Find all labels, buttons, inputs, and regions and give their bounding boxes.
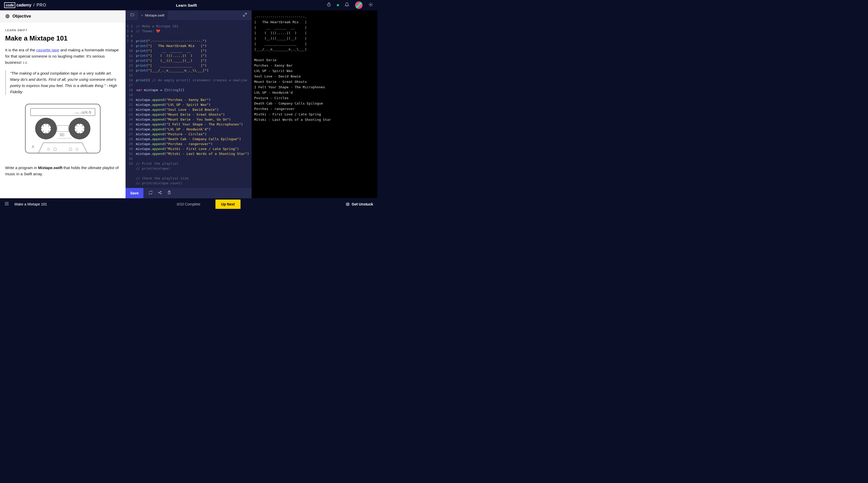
timer-icon[interactable] [327, 2, 331, 8]
topbar-icons [327, 1, 373, 9]
svg-rect-19 [69, 148, 72, 151]
close-icon[interactable]: × [141, 13, 143, 17]
gear-icon[interactable] [368, 2, 373, 8]
brand-logo[interactable]: codecademy / PRO [4, 2, 46, 8]
svg-text:A: A [32, 144, 34, 149]
get-unstuck-button[interactable]: Get Unstuck [346, 202, 373, 206]
svg-text:HIGH BIAS IEC/TYPE II: HIGH BIAS IEC/TYPE II [58, 138, 71, 139]
tab-mixtape[interactable]: × Mixtape.swift [138, 10, 168, 20]
brand-slash: / [33, 3, 34, 7]
expand-icon[interactable] [240, 13, 250, 18]
svg-point-27 [347, 203, 348, 205]
svg-text:▷ IN   ▷ OUT: ▷ IN ▷ OUT [74, 112, 84, 114]
svg-point-4 [7, 16, 8, 17]
avatar[interactable] [355, 1, 363, 9]
breadcrumb: LEARN SWIFT [5, 29, 120, 32]
bell-icon[interactable] [345, 2, 349, 8]
svg-point-12 [74, 123, 85, 134]
svg-text:90: 90 [60, 133, 64, 137]
svg-point-17 [48, 148, 50, 150]
lesson-instruction: Write a program in Mixtape.swift that ho… [5, 165, 120, 177]
bottombar: Make a Mixtape 101 0/10 Complete Up Next… [0, 198, 377, 210]
course-title: Learn Swift [46, 3, 327, 7]
topbar: codecademy / PRO Learn Swift [0, 0, 377, 10]
svg-rect-13 [57, 125, 68, 132]
folder-icon[interactable] [128, 13, 137, 18]
svg-point-10 [41, 123, 51, 134]
lesson-panel: Objective LEARN SWIFT Make a Mixtape 101… [0, 10, 126, 198]
target-icon [5, 14, 10, 19]
code-editor[interactable]: 1 2 3 4 5 6 7 8 9 10 11 12 13 14 15 16 1… [126, 20, 252, 188]
brand-suffix: PRO [36, 3, 46, 7]
clipboard-icon[interactable] [167, 191, 171, 196]
lesson-content[interactable]: LEARN SWIFT Make a Mixtape 101 It is the… [0, 23, 126, 198]
save-button[interactable]: Save [126, 188, 144, 198]
bottom-title: Make a Mixtape 101 [14, 202, 47, 206]
tab-label: Mixtape.swift [145, 13, 164, 17]
lesson-intro: It is the era of the cassette tape and m… [5, 47, 120, 66]
editor-footer: Save [126, 188, 252, 198]
menu-icon[interactable] [4, 201, 9, 207]
share-icon[interactable] [158, 191, 162, 196]
lesson-quote: "The making of a good compilation tape i… [5, 70, 120, 95]
editor-tabs: × Mixtape.swift [126, 10, 252, 20]
output-panel[interactable]: .------------------------. | The Heartbr… [252, 10, 377, 198]
cassette-link[interactable]: cassette tape [36, 48, 59, 52]
status-dot-icon [337, 4, 339, 6]
svg-point-1 [370, 4, 371, 5]
editor-panel: × Mixtape.swift 1 2 3 4 5 6 7 8 9 10 11 … [126, 10, 252, 198]
cassette-image: UX-S ▷ IN ▷ OUT 90 HIGH BIAS IEC/TYPE II… [5, 103, 120, 154]
svg-point-20 [76, 148, 78, 150]
refresh-icon[interactable] [149, 191, 153, 196]
objective-header: Objective [0, 10, 126, 23]
life-ring-icon [346, 202, 350, 206]
objective-label: Objective [12, 14, 31, 19]
lesson-title: Make a Mixtape 101 [5, 34, 120, 42]
brand-box: code [4, 2, 15, 8]
progress-text: 0/10 Complete [177, 202, 200, 206]
svg-rect-18 [54, 148, 56, 151]
up-next-button[interactable]: Up Next [215, 199, 241, 209]
